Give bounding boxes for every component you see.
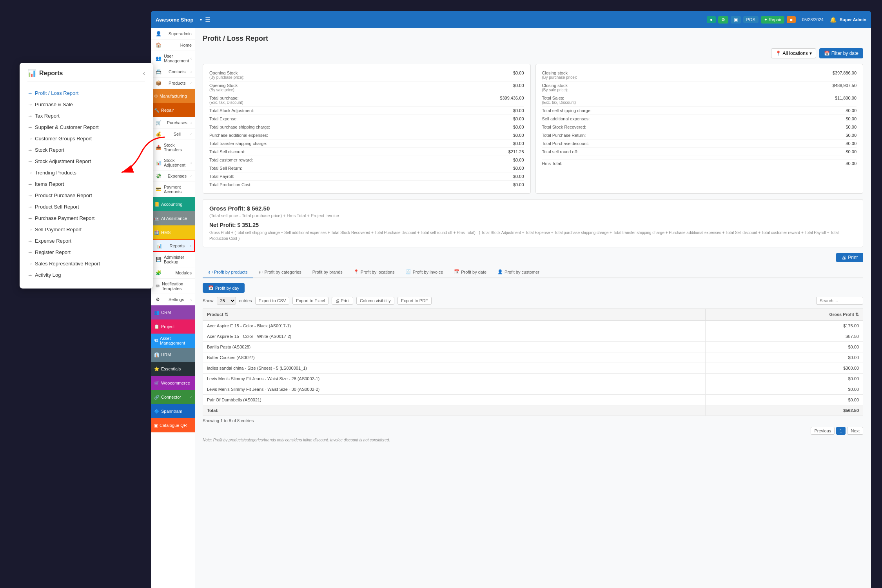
reports-item-sales-rep-report[interactable]: → Sales Representative Report [27, 258, 145, 269]
export-excel-button[interactable]: Export to Excel [292, 297, 328, 305]
reports-item-purchase-payment-report[interactable]: → Purchase Payment Report [27, 212, 145, 224]
hrm-icon: 👔 [154, 352, 160, 358]
sidebar-item-catalogue-qr[interactable]: ▣ Catalogue QR [151, 418, 195, 432]
printer-icon: 🖨 [842, 255, 846, 260]
sidebar-item-home[interactable]: 🏠 Home [151, 40, 195, 51]
chevron-right-icon: ‹ [191, 56, 192, 61]
sidebar-item-expenses[interactable]: 💸 Expenses ‹ [151, 171, 195, 182]
sidebar-item-hms[interactable]: 🏥 HMS [151, 225, 195, 240]
reports-item-purchase-sale[interactable]: → Purchase & Sale [27, 99, 145, 110]
table-print-button[interactable]: 🖨 Print [332, 297, 353, 305]
product-column-header[interactable]: Product ⇅ [203, 309, 706, 321]
filter-by-date-button[interactable]: 📅 Filter by date [819, 48, 863, 58]
brand-name[interactable]: Awesome Shop [156, 17, 194, 23]
reports-item-stock-adjustment-report[interactable]: → Stock Adjustment Report [27, 156, 145, 167]
tab-profit-by-locations[interactable]: 📍 Profit by locations [348, 266, 400, 278]
sidebar-item-woocommerce[interactable]: 🛒 Woocommerce [151, 376, 195, 390]
table-row: Acer Aspire E 15 - Color - White (AS0017… [203, 331, 863, 342]
sidebar-item-project[interactable]: 📋 Project [151, 319, 195, 334]
sidebar-item-asset-management[interactable]: 🏗 Asset Management [151, 334, 195, 348]
sidebar-item-sell[interactable]: 💰 Sell ‹ [151, 129, 195, 140]
sidebar-item-accounting[interactable]: 📒 Accounting [151, 197, 195, 211]
summary-label: Total sell round off: [542, 149, 578, 154]
sidebar-item-payment-accounts[interactable]: 💳 Payment Accounts [151, 182, 195, 197]
reports-item-trending-products[interactable]: → Trending Products [27, 167, 145, 178]
column-visibility-button[interactable]: Column visibility [356, 297, 394, 305]
sidebar-item-repair[interactable]: 🔧 Repair [151, 103, 195, 117]
hamburger-icon[interactable]: ☰ [205, 16, 211, 24]
sidebar-item-spanntram[interactable]: 🔷 Spanntram [151, 404, 195, 418]
reports-item-expense-report[interactable]: → Expense Report [27, 235, 145, 247]
sidebar-item-administer-backup[interactable]: 💾 Administer Backup [151, 252, 195, 267]
sidebar-label-connector: Connector [161, 395, 181, 399]
sort-icon: ⇅ [855, 312, 859, 317]
sidebar-item-stock-adjustment[interactable]: 📊 Stock Adjustment ‹ [151, 155, 195, 171]
tab-profit-by-categories[interactable]: 🏷 Profit by categories [253, 266, 307, 278]
next-page-button[interactable]: Next [847, 427, 863, 435]
project-icon: 📋 [154, 324, 160, 329]
tab-profit-by-products[interactable]: 🏷 Profit by products [203, 266, 253, 278]
printer-icon: 🖨 [335, 298, 339, 303]
tab-profit-by-customer[interactable]: 👤 Profit by customer [492, 266, 545, 278]
reports-item-sell-payment-report[interactable]: → Sell Payment Report [27, 224, 145, 235]
reports-panel-close-btn[interactable]: ‹ [143, 70, 145, 77]
reports-item-product-purchase-report[interactable]: → Product Purchase Report [27, 190, 145, 201]
sidebar-item-purchases[interactable]: 🛒 Purchases ‹ [151, 117, 195, 129]
topbar-btn-2[interactable]: ⚙ [718, 16, 728, 24]
sidebar-item-superadmin[interactable]: 👤 Superadmin [151, 28, 195, 40]
table-search-input[interactable] [816, 297, 863, 305]
sidebar-item-manufacturing[interactable]: ⚙ Manufacturing [151, 89, 195, 103]
location-filter[interactable]: 📍 All locations ▾ [771, 48, 816, 58]
sidebar-item-ai-assistance[interactable]: 🤖 AI Assistance [151, 211, 195, 225]
topbar-btn-6[interactable]: ■ [787, 16, 796, 23]
topbar-btn-1[interactable]: ● [707, 16, 716, 23]
sub-tab-label: Profit by day [215, 286, 239, 290]
export-csv-button[interactable]: Export to CSV [255, 297, 290, 305]
topbar-btn-repair[interactable]: ✦ Repair [761, 16, 784, 24]
bell-icon[interactable]: 🔔 [830, 16, 837, 23]
sidebar-item-products[interactable]: 📦 Products ‹ [151, 78, 195, 89]
previous-page-button[interactable]: Previous [811, 427, 835, 435]
sidebar-item-notification-templates[interactable]: ✉ Notification Templates [151, 279, 195, 294]
reports-item-customer-groups[interactable]: → Customer Groups Report [27, 133, 145, 144]
reports-item-supplier-customer[interactable]: → Supplier & Customer Report [27, 122, 145, 133]
sidebar-label-crm: CRM [161, 310, 171, 315]
topbar-btn-3[interactable]: ▣ [731, 16, 741, 24]
show-entries-select[interactable]: 25 50 100 [217, 297, 236, 305]
summary-value: $0.00 [846, 116, 857, 121]
products-icon: 📦 [156, 80, 162, 86]
table-row: Acer Aspire E 15 - Color - Black (AS0017… [203, 321, 863, 331]
sidebar-item-hrm[interactable]: 👔 HRM [151, 348, 195, 362]
crm-icon: 👥 [154, 310, 160, 315]
export-pdf-button[interactable]: Export to PDF [397, 297, 432, 305]
reports-item-profit-loss[interactable]: → Profit / Loss Report [27, 87, 145, 99]
summary-label: Total Sell Return: [209, 166, 242, 171]
reports-item-stock-report[interactable]: → Stock Report [27, 144, 145, 156]
sidebar-item-modules[interactable]: 🧩 Modules [151, 267, 195, 279]
sidebar-item-essentials[interactable]: ⭐ Essentials [151, 362, 195, 376]
chevron-right-icon: ‹ [191, 174, 192, 178]
tab-profit-by-invoice[interactable]: 🧾 Profit by invoice [400, 266, 449, 278]
summary-grid: Opening Stock (By purchase price): $0.00… [203, 64, 863, 194]
reports-item-product-sell-report[interactable]: → Product Sell Report [27, 201, 145, 212]
reports-item-tax-report[interactable]: → Tax Report [27, 110, 145, 122]
reports-item-items-report[interactable]: → Items Report [27, 178, 145, 190]
sidebar-item-connector[interactable]: 🔗 Connector ‹ [151, 390, 195, 404]
sidebar-item-reports[interactable]: 📊 Reports ‹ [151, 240, 195, 252]
page-1-button[interactable]: 1 [836, 427, 846, 435]
sidebar-item-stock-transfers[interactable]: 📤 Stock Transfers [151, 140, 195, 155]
topbar-btn-pos[interactable]: POS [743, 16, 759, 23]
gross-profit-column-header[interactable]: Gross Profit ⇅ [706, 309, 863, 321]
sidebar-item-contacts[interactable]: 📇 Contacts ‹ [151, 66, 195, 78]
tab-profit-by-brands[interactable]: Profit by brands [307, 266, 348, 278]
reports-item-register-report[interactable]: → Register Report [27, 247, 145, 258]
summary-label: Opening Stock [209, 83, 238, 88]
sub-tab-profit-by-day[interactable]: 📅 Profit by day [203, 283, 245, 293]
print-button[interactable]: 🖨 Print [836, 253, 863, 262]
sidebar-item-crm[interactable]: 👥 CRM [151, 305, 195, 319]
tab-profit-by-date[interactable]: 📅 Profit by date [448, 266, 492, 278]
reports-item-activity-log[interactable]: → Activity Log [27, 269, 145, 281]
sidebar-item-settings[interactable]: ⚙ Settings ‹ [151, 294, 195, 305]
sidebar-item-user-management[interactable]: 👥 User Management ‹ [151, 51, 195, 66]
summary-label: Total customer reward: [209, 158, 253, 162]
